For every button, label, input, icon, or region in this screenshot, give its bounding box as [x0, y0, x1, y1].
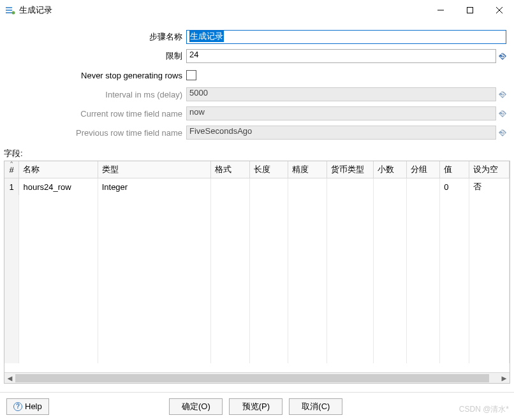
- cell-format[interactable]: [211, 178, 250, 196]
- table-row[interactable]: [4, 335, 510, 349]
- cell-group[interactable]: [407, 178, 440, 196]
- limit-label: 限制: [8, 50, 186, 62]
- col-length[interactable]: 长度: [249, 161, 288, 178]
- cell-decimal[interactable]: [373, 178, 406, 196]
- minimize-button[interactable]: [426, 0, 455, 20]
- table-row[interactable]: [4, 265, 510, 279]
- title-bar: 生成记录: [0, 0, 514, 20]
- app-icon: [5, 5, 15, 15]
- table-row[interactable]: [4, 209, 510, 223]
- diamond-icon: $: [499, 129, 506, 136]
- limit-input[interactable]: 24: [186, 49, 496, 63]
- col-setnull[interactable]: 设为空: [469, 161, 510, 178]
- cell-name[interactable]: hours24_row: [19, 178, 98, 196]
- ok-button[interactable]: 确定(O): [169, 398, 223, 415]
- table-row[interactable]: [4, 293, 510, 307]
- cell-length[interactable]: [249, 178, 288, 196]
- svg-rect-0: [6, 7, 12, 8]
- bottom-bar: ? Help 确定(O) 预览(P) 取消(C): [0, 392, 514, 420]
- table-row[interactable]: [4, 307, 510, 321]
- col-value[interactable]: 值: [440, 161, 469, 178]
- cell-num: 1: [4, 178, 19, 196]
- svg-rect-5: [467, 8, 473, 13]
- interval-label: Interval in ms (delay): [8, 90, 186, 99]
- scroll-thumb[interactable]: [15, 374, 489, 382]
- col-format[interactable]: 格式: [211, 161, 250, 178]
- diamond-icon: $: [499, 91, 506, 98]
- help-icon: ?: [13, 402, 22, 411]
- col-name[interactable]: 名称: [19, 161, 98, 178]
- fields-table[interactable]: ^# 名称 类型 格式 长度 精度 货币类型 小数 分组 值 设为空 1 hou…: [4, 161, 510, 384]
- table-row[interactable]: [4, 279, 510, 293]
- svg-text:$: $: [500, 110, 505, 117]
- current-row-input: now: [186, 106, 496, 120]
- maximize-button[interactable]: [455, 0, 485, 20]
- table-row[interactable]: [4, 251, 510, 265]
- current-row-label: Current row time field name: [8, 109, 186, 119]
- diamond-icon[interactable]: $: [499, 52, 506, 60]
- svg-text:$: $: [500, 91, 505, 98]
- previous-row-input: FiveSecondsAgo: [186, 126, 496, 140]
- help-label: Help: [25, 402, 42, 411]
- never-stop-checkbox[interactable]: [186, 70, 196, 80]
- window-title: 生成记录: [19, 4, 426, 16]
- col-precision[interactable]: 精度: [288, 161, 327, 178]
- table-row[interactable]: [4, 195, 510, 209]
- scroll-right-icon[interactable]: ►: [499, 373, 510, 384]
- table-row[interactable]: [4, 321, 510, 335]
- form-panel: 步骤名称 生成记录 限制 24 $ Never stop generating …: [0, 20, 514, 147]
- previous-row-label: Previous row time field name: [8, 128, 186, 138]
- cell-precision[interactable]: [288, 178, 327, 196]
- table-header-row: ^# 名称 类型 格式 长度 精度 货币类型 小数 分组 值 设为空: [4, 161, 510, 178]
- svg-rect-1: [6, 10, 12, 11]
- col-currency[interactable]: 货币类型: [327, 161, 373, 178]
- step-name-input[interactable]: 生成记录: [186, 30, 506, 44]
- horizontal-scrollbar[interactable]: ◄ ►: [4, 372, 510, 383]
- scroll-left-icon[interactable]: ◄: [4, 373, 15, 384]
- cancel-button[interactable]: 取消(C): [289, 398, 342, 415]
- preview-button[interactable]: 预览(P): [229, 398, 283, 415]
- table-row[interactable]: [4, 223, 510, 237]
- svg-text:$: $: [500, 129, 505, 136]
- col-group[interactable]: 分组: [407, 161, 440, 178]
- cell-value[interactable]: 0: [440, 178, 469, 196]
- col-decimal[interactable]: 小数: [373, 161, 406, 178]
- col-type[interactable]: 类型: [98, 161, 211, 178]
- svg-rect-2: [6, 12, 12, 13]
- col-num[interactable]: ^#: [4, 161, 19, 178]
- interval-input: 5000: [186, 87, 496, 101]
- never-stop-label: Never stop generating rows: [8, 71, 186, 80]
- fields-section-label: 字段:: [0, 147, 514, 161]
- step-name-label: 步骤名称: [8, 31, 186, 43]
- table-row[interactable]: [4, 237, 510, 251]
- help-button[interactable]: ? Help: [6, 398, 49, 415]
- diamond-icon: $: [499, 110, 506, 117]
- table-row[interactable]: 1 hours24_row Integer 0 否: [4, 178, 510, 196]
- table-row[interactable]: [4, 349, 510, 363]
- cell-type[interactable]: Integer: [98, 178, 211, 196]
- cell-currency[interactable]: [327, 178, 373, 196]
- svg-text:$: $: [500, 52, 505, 60]
- cell-setnull[interactable]: 否: [469, 178, 510, 196]
- close-button[interactable]: [485, 0, 514, 20]
- svg-point-3: [12, 11, 15, 14]
